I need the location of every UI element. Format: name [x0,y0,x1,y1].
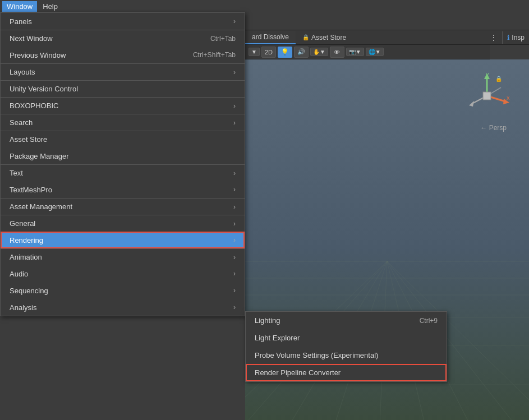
submenu-item-lighting[interactable]: Lighting Ctrl+9 [246,312,447,329]
menu-item-rendering-label: Rendering [10,236,43,244]
menu-bar-help[interactable]: Help [38,1,62,12]
2d-toggle[interactable]: 2D [261,47,276,58]
menu-item-unity-version-control[interactable]: Unity Version Control [1,80,245,97]
menu-item-textmeshpro-arrow: › [233,186,236,193]
menu-item-sequencing-label: Sequencing [10,287,48,295]
menu-item-asset-management-label: Asset Management [10,202,72,211]
menu-item-animation[interactable]: Animation › [1,248,245,265]
menu-item-analysis[interactable]: Analysis › [1,299,245,316]
menu-item-general-arrow: › [233,220,236,228]
scene-icons-bar: ▼ 2D 💡 🔊 ✋ ▼ 👁 📷 ▼ 🌐 ▼ [245,45,490,59]
menu-item-audio[interactable]: Audio › [1,265,245,282]
menu-item-package-manager[interactable]: Package Manager [1,147,245,164]
hide-toggle[interactable]: 👁 [330,47,344,58]
submenu-item-light-explorer[interactable]: Light Explorer [246,329,447,347]
submenu-item-probe-volume-label: Probe Volume Settings (Experimental) [255,351,378,359]
menu-item-asset-store[interactable]: Asset Store [1,131,245,147]
submenu-item-lighting-shortcut: Ctrl+9 [420,317,438,325]
menu-item-text-label: Text [10,169,23,177]
menu-item-text-arrow: › [233,169,236,177]
lighting-toggle[interactable]: 💡 [278,47,292,58]
effects-dropdown[interactable]: ✋ ▼ [310,48,328,56]
menu-item-textmeshpro[interactable]: TextMeshPro › [1,181,245,198]
submenu-item-light-explorer-label: Light Explorer [255,334,300,342]
menu-item-layouts-arrow: › [233,68,236,76]
tab-asset-store-label: Asset Store [311,34,346,41]
tab-asset-store[interactable]: 🔒 Asset Store [296,31,353,44]
menu-bar: Window Help [0,0,529,12]
menu-item-search-arrow: › [233,119,236,127]
menu-item-prev-window-shortcut: Ctrl+Shift+Tab [193,51,236,59]
menu-item-analysis-arrow: › [233,303,236,311]
persp-label: ← Persp [480,124,507,132]
menu-item-layouts-label: Layouts [10,68,35,76]
tab-bar: ard Dissolve 🔒 Asset Store ⋮ ℹ Insp [245,30,529,45]
menu-item-prev-window-label: Previous Window [10,51,66,59]
globe-arrow: ▼ [375,49,381,55]
submenu-item-render-pipeline-converter-label: Render Pipeline Converter [255,368,341,377]
menu-item-audio-arrow: › [233,270,236,278]
hand-icon: ✋ [313,49,320,55]
submenu-item-lighting-label: Lighting [255,316,280,325]
menu-item-next-window-label: Next Window [10,34,53,43]
menu-item-rendering-arrow: › [233,236,236,244]
window-dropdown-menu: Panels › Next Window Ctrl+Tab Previous W… [0,12,245,316]
menu-item-rendering[interactable]: Rendering › [1,232,245,248]
lock-icon: 🔒 [302,34,309,40]
svg-marker-23 [469,101,474,107]
camera-dropdown[interactable]: 📷 ▼ [346,48,364,56]
menu-item-unity-version-control-label: Unity Version Control [10,85,78,93]
render-mode-dropdown[interactable]: ▼ [249,48,260,56]
globe-dropdown[interactable]: 🌐 ▼ [366,48,384,56]
menu-item-text[interactable]: Text › [1,164,245,181]
effects-arrow: ▼ [320,49,325,55]
light-icon: 💡 [281,48,289,56]
svg-text:y: y [486,71,489,77]
globe-icon: 🌐 [369,49,375,55]
menu-item-prev-window[interactable]: Previous Window Ctrl+Shift+Tab [1,47,245,63]
menu-item-asset-management-arrow: › [233,203,236,211]
rendering-submenu: Lighting Ctrl+9 Light Explorer Probe Vol… [245,311,447,382]
eye-off-icon: 👁 [334,49,340,56]
camera-arrow: ▼ [356,49,361,55]
svg-rect-25 [483,92,491,100]
tab-std-dissolve-label: ard Dissolve [252,33,289,41]
svg-text:🔒: 🔒 [495,75,503,82]
menu-item-animation-label: Animation [10,253,42,261]
menu-item-asset-store-label: Asset Store [10,135,47,144]
svg-text:x: x [507,94,510,101]
audio-toggle[interactable]: 🔊 [294,47,309,58]
menu-item-boxophobic-label: BOXOPHOBIC [10,101,58,110]
camera-icon: 📷 [349,49,356,55]
submenu-item-probe-volume[interactable]: Probe Volume Settings (Experimental) [246,347,447,364]
menu-item-animation-arrow: › [233,253,236,261]
menu-item-general-label: General [10,219,35,228]
info-icon: ℹ [507,34,510,41]
menu-item-sequencing-arrow: › [233,287,236,294]
tab-inspector-short[interactable]: ℹ Insp [502,31,529,44]
menu-item-audio-label: Audio [10,270,28,278]
menu-item-analysis-label: Analysis [10,303,36,312]
tab-std-dissolve[interactable]: ard Dissolve [245,31,296,44]
menu-item-layouts[interactable]: Layouts › [1,63,245,80]
menu-item-asset-management[interactable]: Asset Management › [1,198,245,215]
menu-item-package-manager-label: Package Manager [10,152,69,160]
menu-item-boxophobic[interactable]: BOXOPHOBIC › [1,97,245,114]
scene-gizmo[interactable]: y x 🔒 [462,71,512,121]
menu-item-panels-label: Panels [10,17,32,26]
render-mode-icon: ▼ [251,49,257,55]
submenu-item-render-pipeline-converter[interactable]: Render Pipeline Converter [246,364,447,381]
menu-item-textmeshpro-label: TextMeshPro [10,186,52,194]
menu-bar-window[interactable]: Window [2,1,37,12]
gizmo-svg: y x 🔒 [462,71,512,121]
inspector-label: Insp [512,34,525,41]
menu-item-next-window-shortcut: Ctrl+Tab [210,35,236,43]
menu-item-next-window[interactable]: Next Window Ctrl+Tab [1,30,245,47]
tab-menu-icon[interactable]: ⋮ [485,31,502,44]
menu-item-sequencing[interactable]: Sequencing › [1,282,245,299]
menu-item-panels[interactable]: Panels › [1,13,245,30]
audio-icon: 🔊 [297,48,305,56]
menu-item-search[interactable]: Search › [1,114,245,131]
menu-item-general[interactable]: General › [1,215,245,232]
menu-item-panels-arrow: › [233,17,236,25]
